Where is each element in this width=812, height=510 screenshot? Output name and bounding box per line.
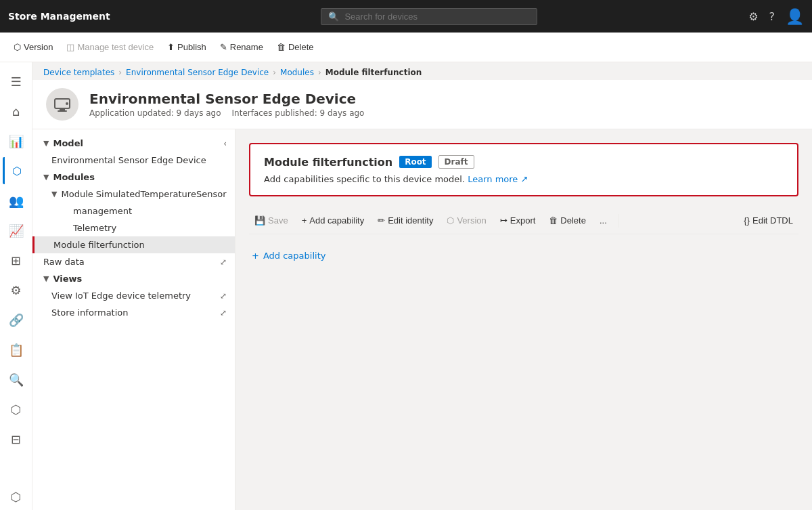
sidebar-item-charts[interactable]: 📈 (3, 217, 30, 244)
breadcrumb-sep-3: › (318, 68, 321, 77)
tree-item-modules[interactable]: ▼ Modules (32, 169, 235, 186)
sidebar-item-reports[interactable]: 📋 (3, 336, 30, 363)
tree-item-filterfunction[interactable]: Module filterfunction (32, 236, 235, 253)
tree-label-filterfunction: Module filterfunction (53, 240, 145, 250)
topbar: Store Management 🔍 ⚙ ? 👤 (0, 0, 812, 33)
delete-icon: 🗑 (277, 42, 286, 52)
delete-action-button[interactable]: 🗑 Delete (543, 213, 591, 228)
version-action-icon: ⬡ (447, 215, 454, 226)
tree-item-telemetry[interactable]: Telemetry (32, 219, 235, 236)
delete-action-icon: 🗑 (549, 215, 558, 226)
add-capability-icon: + (252, 251, 259, 261)
add-capability-area[interactable]: + Add capability (249, 245, 798, 266)
main-layout: ☰ ⌂ 📊 ⬡ 👥 📈 ⊞ ⚙ 🔗 📋 🔍 ⬡ ⊟ ⬡ Device templ… (0, 62, 812, 510)
svg-point-3 (66, 102, 68, 105)
more-button[interactable]: ... (594, 213, 612, 228)
icon-sidebar: ☰ ⌂ 📊 ⬡ 👥 📈 ⊞ ⚙ 🔗 📋 🔍 ⬡ ⊟ ⬡ (0, 62, 32, 510)
manage-test-icon: ◫ (66, 42, 74, 52)
learn-more-link[interactable]: Learn more ↗ (468, 174, 528, 184)
sidebar-item-analytics[interactable]: 📊 (3, 127, 30, 154)
collapse-model-icon[interactable]: ‹ (223, 139, 227, 148)
breadcrumb-sep-1: › (118, 68, 122, 77)
edit-dtdl-button[interactable]: {} Edit DTDL (738, 213, 798, 228)
breadcrumb-device-templates[interactable]: Device templates (43, 68, 114, 77)
tree-item-device[interactable]: Environmental Sensor Edge Device (32, 152, 235, 169)
sidebar-item-search[interactable]: 🔍 (3, 366, 30, 393)
save-icon: 💾 (254, 215, 265, 226)
chevron-views: ▼ (43, 274, 49, 283)
sidebar-item-bottom[interactable]: ⬡ (3, 483, 30, 510)
topbar-icons: ⚙ ? 👤 (748, 8, 804, 25)
sidebar-item-integrations[interactable]: 🔗 (3, 306, 30, 333)
device-meta-published: Interfaces published: 9 days ago (232, 108, 365, 118)
module-card-header: Module filterfunction Root Draft (264, 155, 784, 169)
svg-rect-2 (58, 110, 67, 112)
sidebar-item-grid[interactable]: ⊞ (3, 247, 30, 274)
add-capability-button[interactable]: + Add capability (296, 213, 370, 228)
publish-icon: ⬆ (167, 42, 175, 52)
version-action-button[interactable]: ⬡ Version (441, 213, 491, 228)
module-card: Module filterfunction Root Draft Add cap… (249, 143, 798, 196)
device-info: Environmental Sensor Edge Device Applica… (89, 91, 798, 118)
device-header: Environmental Sensor Edge Device Applica… (32, 80, 812, 129)
chevron-model: ▼ (43, 139, 49, 148)
version-icon: ⬡ (14, 42, 21, 52)
module-card-title: Module filterfunction (264, 156, 392, 169)
breadcrumb-current: Module filterfunction (325, 68, 422, 77)
secondary-toolbar: ⬡ Version ◫ Manage test device ⬆ Publish… (0, 33, 812, 62)
search-input[interactable] (344, 12, 530, 22)
right-panel: Module filterfunction Root Draft Add cap… (235, 129, 812, 510)
tree-item-iot-view[interactable]: View IoT Edge device telemetry ⤢ (32, 287, 235, 304)
breadcrumb-device[interactable]: Environmental Sensor Edge Device (126, 68, 269, 77)
sidebar-item-devices[interactable]: ⬡ (3, 157, 30, 184)
sidebar-item-jobs[interactable]: ⚙ (3, 276, 30, 303)
device-name: Environmental Sensor Edge Device (89, 91, 798, 107)
chevron-modules: ▼ (43, 173, 49, 182)
sidebar-item-settings2[interactable]: ⊟ (3, 425, 30, 452)
delete-button[interactable]: 🗑 Delete (271, 39, 319, 55)
tree-item-simulated[interactable]: ▼ Module SimulatedTemperatureSensor (32, 186, 235, 203)
tree-label-model: Model (53, 138, 83, 148)
tree-label-device: Environmental Sensor Edge Device (51, 155, 206, 165)
tree-item-views[interactable]: ▼ Views (32, 270, 235, 287)
tree-item-store-info[interactable]: Store information ⤢ (32, 304, 235, 321)
help-icon[interactable]: ? (769, 10, 775, 23)
tree-panel: ▼ Model ‹ Environmental Sensor Edge Devi… (32, 129, 235, 510)
add-icon: + (302, 215, 307, 226)
expand-store-info-icon[interactable]: ⤢ (220, 308, 227, 318)
tree-label-iot-view: View IoT Edge device telemetry (51, 291, 191, 301)
edit-icon: ✏ (378, 215, 385, 226)
search-box[interactable]: 🔍 (321, 8, 537, 25)
sidebar-item-apps[interactable]: ⬡ (3, 396, 30, 423)
manage-test-button[interactable]: ◫ Manage test device (61, 39, 159, 55)
sidebar-item-menu[interactable]: ☰ (3, 68, 30, 95)
version-button[interactable]: ⬡ Version (8, 39, 58, 55)
search-icon: 🔍 (328, 12, 339, 22)
save-button[interactable]: 💾 Save (249, 213, 294, 228)
user-avatar[interactable]: 👤 (786, 8, 804, 25)
expand-rawdata-icon[interactable]: ⤢ (220, 257, 227, 267)
tree-label-store-info: Store information (51, 307, 129, 318)
tree-label-simulated: Module SimulatedTemperatureSensor (61, 189, 226, 199)
expand-iot-view-icon[interactable]: ⤢ (220, 291, 227, 301)
module-card-desc: Add capabilities specific to this device… (264, 174, 784, 184)
settings-icon[interactable]: ⚙ (748, 10, 758, 23)
export-button[interactable]: ↦ Export (495, 213, 541, 228)
device-meta: Application updated: 9 days ago Interfac… (89, 108, 798, 118)
badge-draft: Draft (438, 155, 474, 169)
app-title: Store Management (8, 11, 110, 22)
action-toolbar: 💾 Save + Add capability ✏ Edit identity … (249, 207, 798, 234)
dtdl-icon: {} (744, 215, 750, 226)
tree-item-management[interactable]: management (32, 203, 235, 219)
publish-button[interactable]: ⬆ Publish (162, 39, 212, 55)
device-meta-updated: Application updated: 9 days ago (89, 108, 221, 118)
tree-item-rawdata[interactable]: Raw data ⤢ (32, 253, 235, 270)
rename-button[interactable]: ✎ Rename (215, 39, 269, 55)
breadcrumb-sep-2: › (273, 68, 276, 77)
sidebar-item-home[interactable]: ⌂ (3, 98, 30, 125)
sidebar-item-rules[interactable]: 👥 (3, 187, 30, 214)
edit-identity-button[interactable]: ✏ Edit identity (372, 213, 438, 228)
tree-item-model[interactable]: ▼ Model ‹ (32, 135, 235, 152)
breadcrumb-modules[interactable]: Modules (280, 68, 314, 77)
tree-label-telemetry: Telemetry (73, 223, 116, 233)
